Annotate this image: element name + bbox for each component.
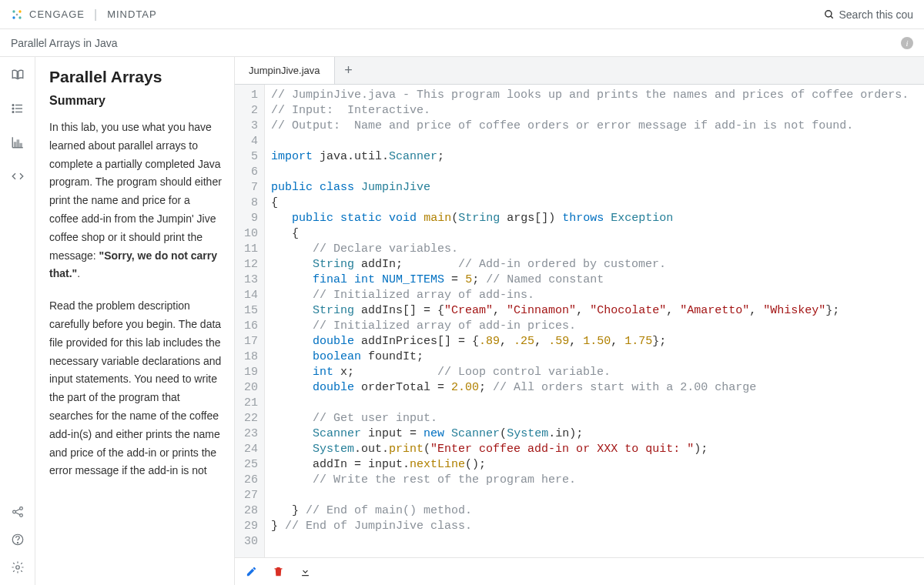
editor-toolbar [235,557,924,585]
svg-point-11 [12,112,14,113]
help-icon[interactable] [11,533,25,547]
pencil-icon[interactable] [246,566,257,577]
trash-icon[interactable] [273,566,284,577]
lesson-panel: Parallel Arrays Summary In this lab, you… [35,57,234,585]
svg-rect-16 [17,140,18,147]
svg-rect-17 [20,144,22,148]
svg-line-21 [15,509,20,511]
sub-header: Parallel Arrays in Java i [0,29,924,57]
search-icon [824,9,835,20]
brand-product: MINDTAP [107,8,157,20]
lesson-paragraph-1: In this lab, you use what you have learn… [49,119,222,283]
code-editor[interactable]: 1234567891011121314151617181920212223242… [235,85,924,557]
editor-panel: JumpinJive.java + 1234567891011121314151… [234,57,924,585]
svg-point-7 [12,105,14,106]
brand-company: CENGAGE [29,8,85,20]
code-content[interactable]: // JumpinJive.java - This program looks … [265,85,915,557]
svg-point-24 [17,543,18,543]
search-placeholder: Search this cou [839,8,914,21]
gear-icon[interactable] [11,560,25,574]
svg-point-5 [825,10,831,16]
svg-line-22 [15,513,20,515]
tab-file[interactable]: JumpinJive.java [235,57,335,84]
left-rail [0,57,35,585]
svg-line-6 [830,15,832,18]
svg-point-3 [18,16,21,18]
lesson-paragraph-2: Read the problem description carefully b… [49,297,222,480]
svg-rect-15 [14,142,15,147]
list-icon[interactable] [11,102,25,115]
cengage-logo-icon [11,8,23,21]
bar-chart-icon[interactable] [11,135,25,149]
svg-point-2 [12,16,15,18]
download-icon[interactable] [300,566,311,577]
code-icon[interactable] [11,169,25,183]
main: Parallel Arrays Summary In this lab, you… [0,57,924,585]
info-icon[interactable]: i [901,37,913,49]
brand-separator: | [94,8,98,22]
top-bar: CENGAGE | MINDTAP Search this cou [0,0,924,29]
lesson-title: Parallel Arrays [49,68,222,86]
tab-add-button[interactable]: + [335,62,363,79]
svg-point-0 [12,10,15,12]
book-open-icon[interactable] [11,68,25,82]
search-area[interactable]: Search this cou [824,8,914,21]
svg-point-25 [15,566,19,570]
line-gutter: 1234567891011121314151617181920212223242… [235,85,265,557]
brand: CENGAGE | MINDTAP [11,8,157,22]
page-title: Parallel Arrays in Java [11,37,118,49]
svg-point-4 [16,13,18,15]
svg-point-9 [12,108,14,109]
share-icon[interactable] [11,505,25,519]
tab-strip: JumpinJive.java + [235,57,924,85]
lesson-subtitle: Summary [49,94,222,108]
svg-point-1 [18,10,21,12]
